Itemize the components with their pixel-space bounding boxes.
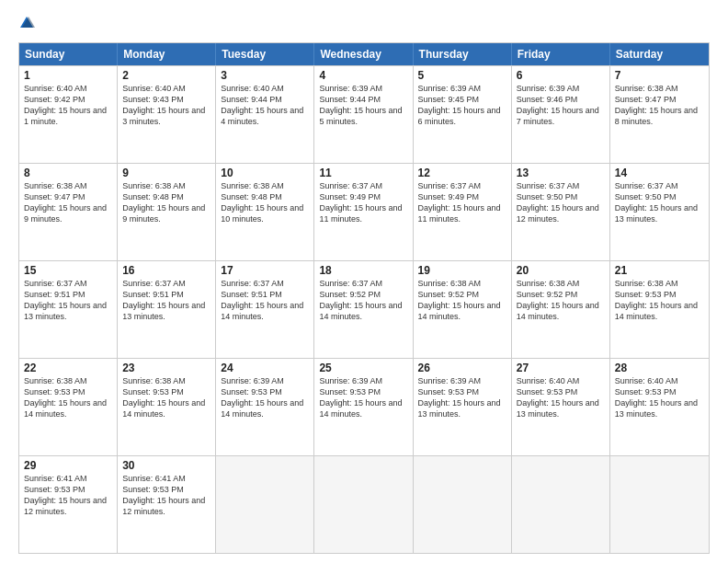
calendar-cell: 21Sunrise: 6:38 AMSunset: 9:53 PMDayligh… xyxy=(610,261,709,358)
calendar-row: 8Sunrise: 6:38 AMSunset: 9:47 PMDaylight… xyxy=(19,163,709,260)
day-number: 1 xyxy=(24,69,112,82)
header-day: Friday xyxy=(512,43,610,65)
cell-text: Sunrise: 6:37 AMSunset: 9:50 PMDaylight:… xyxy=(615,180,704,225)
calendar-cell: 8Sunrise: 6:38 AMSunset: 9:47 PMDaylight… xyxy=(19,164,118,260)
cell-text: Sunrise: 6:39 AMSunset: 9:45 PMDaylight:… xyxy=(418,83,506,128)
calendar-cell: 22Sunrise: 6:38 AMSunset: 9:53 PMDayligh… xyxy=(19,359,118,455)
day-number: 29 xyxy=(24,459,112,472)
calendar-cell: 9Sunrise: 6:38 AMSunset: 9:48 PMDaylight… xyxy=(118,164,216,260)
cell-text: Sunrise: 6:38 AMSunset: 9:48 PMDaylight:… xyxy=(122,180,210,225)
day-number: 16 xyxy=(122,264,210,277)
calendar-row: 22Sunrise: 6:38 AMSunset: 9:53 PMDayligh… xyxy=(19,358,709,455)
cell-text: Sunrise: 6:38 AMSunset: 9:52 PMDaylight:… xyxy=(418,278,506,323)
calendar-cell: 15Sunrise: 6:37 AMSunset: 9:51 PMDayligh… xyxy=(19,261,118,358)
cell-text: Sunrise: 6:39 AMSunset: 9:44 PMDaylight:… xyxy=(319,83,407,128)
calendar-cell: 19Sunrise: 6:38 AMSunset: 9:52 PMDayligh… xyxy=(414,261,512,358)
cell-text: Sunrise: 6:38 AMSunset: 9:52 PMDaylight:… xyxy=(517,278,605,323)
calendar-cell: 17Sunrise: 6:37 AMSunset: 9:51 PMDayligh… xyxy=(216,261,314,358)
header-day: Saturday xyxy=(610,43,709,65)
cell-text: Sunrise: 6:40 AMSunset: 9:42 PMDaylight:… xyxy=(24,83,112,128)
day-number: 4 xyxy=(319,69,407,82)
day-number: 18 xyxy=(319,264,407,277)
calendar-cell: 14Sunrise: 6:37 AMSunset: 9:50 PMDayligh… xyxy=(610,164,709,260)
calendar-cell xyxy=(216,456,314,553)
day-number: 7 xyxy=(615,69,704,82)
cell-text: Sunrise: 6:41 AMSunset: 9:53 PMDaylight:… xyxy=(24,473,112,518)
header xyxy=(18,15,710,35)
calendar-header: SundayMondayTuesdayWednesdayThursdayFrid… xyxy=(19,43,709,65)
calendar-cell: 10Sunrise: 6:38 AMSunset: 9:48 PMDayligh… xyxy=(216,164,314,260)
day-number: 26 xyxy=(418,362,506,374)
cell-text: Sunrise: 6:38 AMSunset: 9:47 PMDaylight:… xyxy=(615,83,704,128)
calendar-cell: 20Sunrise: 6:38 AMSunset: 9:52 PMDayligh… xyxy=(512,261,610,358)
cell-text: Sunrise: 6:40 AMSunset: 9:53 PMDaylight:… xyxy=(615,375,704,420)
calendar-row: 1Sunrise: 6:40 AMSunset: 9:42 PMDaylight… xyxy=(19,65,709,163)
cell-text: Sunrise: 6:40 AMSunset: 9:44 PMDaylight:… xyxy=(221,83,309,128)
cell-text: Sunrise: 6:39 AMSunset: 9:53 PMDaylight:… xyxy=(221,375,309,420)
calendar-cell: 7Sunrise: 6:38 AMSunset: 9:47 PMDaylight… xyxy=(610,66,709,163)
cell-text: Sunrise: 6:37 AMSunset: 9:51 PMDaylight:… xyxy=(122,278,210,323)
calendar-cell: 23Sunrise: 6:38 AMSunset: 9:53 PMDayligh… xyxy=(118,359,216,455)
calendar-cell: 4Sunrise: 6:39 AMSunset: 9:44 PMDaylight… xyxy=(314,66,413,163)
cell-text: Sunrise: 6:37 AMSunset: 9:49 PMDaylight:… xyxy=(319,180,407,225)
day-number: 2 xyxy=(122,69,210,82)
day-number: 3 xyxy=(221,69,309,82)
calendar-cell: 29Sunrise: 6:41 AMSunset: 9:53 PMDayligh… xyxy=(19,456,118,553)
cell-text: Sunrise: 6:37 AMSunset: 9:50 PMDaylight:… xyxy=(517,180,605,225)
cell-text: Sunrise: 6:40 AMSunset: 9:53 PMDaylight:… xyxy=(517,375,605,420)
calendar-cell: 27Sunrise: 6:40 AMSunset: 9:53 PMDayligh… xyxy=(512,359,610,455)
cell-text: Sunrise: 6:37 AMSunset: 9:51 PMDaylight:… xyxy=(24,278,112,323)
day-number: 23 xyxy=(122,362,210,374)
calendar-cell: 11Sunrise: 6:37 AMSunset: 9:49 PMDayligh… xyxy=(314,164,413,260)
calendar-cell: 18Sunrise: 6:37 AMSunset: 9:52 PMDayligh… xyxy=(314,261,413,358)
header-day: Tuesday xyxy=(216,43,314,65)
calendar-cell xyxy=(414,456,512,553)
day-number: 12 xyxy=(418,167,506,179)
cell-text: Sunrise: 6:38 AMSunset: 9:48 PMDaylight:… xyxy=(221,180,309,225)
cell-text: Sunrise: 6:37 AMSunset: 9:52 PMDaylight:… xyxy=(319,278,407,323)
calendar-body: 1Sunrise: 6:40 AMSunset: 9:42 PMDaylight… xyxy=(19,65,709,553)
header-day: Monday xyxy=(118,43,216,65)
header-day: Thursday xyxy=(414,43,512,65)
header-day: Sunday xyxy=(19,43,118,65)
cell-text: Sunrise: 6:39 AMSunset: 9:53 PMDaylight:… xyxy=(418,375,506,420)
day-number: 22 xyxy=(24,362,112,374)
day-number: 30 xyxy=(122,459,210,472)
day-number: 5 xyxy=(418,69,506,82)
calendar-cell: 25Sunrise: 6:39 AMSunset: 9:53 PMDayligh… xyxy=(314,359,413,455)
calendar-row: 29Sunrise: 6:41 AMSunset: 9:53 PMDayligh… xyxy=(19,455,709,553)
calendar-row: 15Sunrise: 6:37 AMSunset: 9:51 PMDayligh… xyxy=(19,260,709,358)
logo xyxy=(18,15,37,35)
calendar-cell: 26Sunrise: 6:39 AMSunset: 9:53 PMDayligh… xyxy=(414,359,512,455)
calendar-cell: 30Sunrise: 6:41 AMSunset: 9:53 PMDayligh… xyxy=(118,456,216,553)
page: SundayMondayTuesdayWednesdayThursdayFrid… xyxy=(0,0,728,563)
cell-text: Sunrise: 6:38 AMSunset: 9:53 PMDaylight:… xyxy=(122,375,210,420)
calendar: SundayMondayTuesdayWednesdayThursdayFrid… xyxy=(18,42,710,554)
day-number: 11 xyxy=(319,167,407,179)
calendar-cell: 5Sunrise: 6:39 AMSunset: 9:45 PMDaylight… xyxy=(414,66,512,163)
calendar-cell: 13Sunrise: 6:37 AMSunset: 9:50 PMDayligh… xyxy=(512,164,610,260)
calendar-cell xyxy=(610,456,709,553)
calendar-cell: 24Sunrise: 6:39 AMSunset: 9:53 PMDayligh… xyxy=(216,359,314,455)
cell-text: Sunrise: 6:41 AMSunset: 9:53 PMDaylight:… xyxy=(122,473,210,518)
cell-text: Sunrise: 6:39 AMSunset: 9:46 PMDaylight:… xyxy=(517,83,605,128)
day-number: 24 xyxy=(221,362,309,374)
calendar-cell: 12Sunrise: 6:37 AMSunset: 9:49 PMDayligh… xyxy=(414,164,512,260)
cell-text: Sunrise: 6:38 AMSunset: 9:47 PMDaylight:… xyxy=(24,180,112,225)
calendar-cell xyxy=(314,456,413,553)
day-number: 14 xyxy=(615,167,704,179)
day-number: 28 xyxy=(615,362,704,374)
calendar-cell: 6Sunrise: 6:39 AMSunset: 9:46 PMDaylight… xyxy=(512,66,610,163)
day-number: 17 xyxy=(221,264,309,277)
day-number: 27 xyxy=(517,362,605,374)
day-number: 10 xyxy=(221,167,309,179)
cell-text: Sunrise: 6:38 AMSunset: 9:53 PMDaylight:… xyxy=(615,278,704,323)
cell-text: Sunrise: 6:39 AMSunset: 9:53 PMDaylight:… xyxy=(319,375,407,420)
day-number: 15 xyxy=(24,264,112,277)
day-number: 9 xyxy=(122,167,210,179)
logo-icon xyxy=(18,15,35,31)
cell-text: Sunrise: 6:38 AMSunset: 9:53 PMDaylight:… xyxy=(24,375,112,420)
day-number: 25 xyxy=(319,362,407,374)
cell-text: Sunrise: 6:37 AMSunset: 9:51 PMDaylight:… xyxy=(221,278,309,323)
day-number: 8 xyxy=(24,167,112,179)
